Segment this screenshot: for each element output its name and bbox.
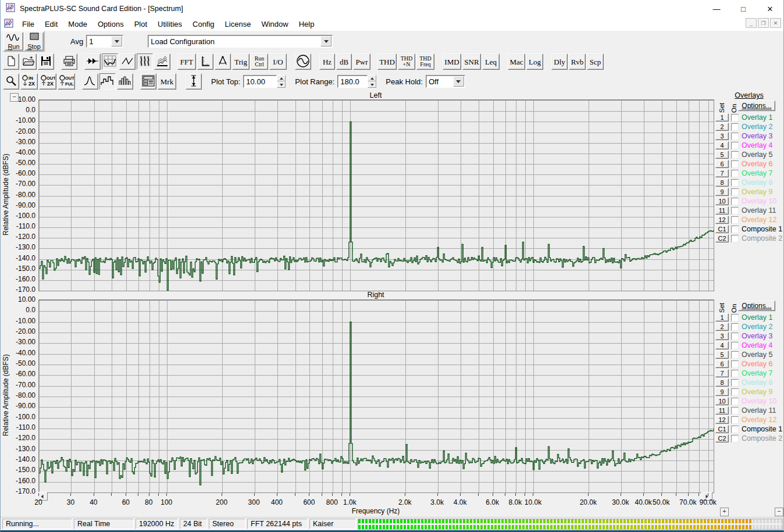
overlay-on-checkbox-c1-left[interactable] [731, 226, 739, 233]
overlay-on-checkbox-12-left[interactable] [731, 216, 739, 224]
new-file-button[interactable] [3, 53, 19, 70]
overlay-set-button-8-left[interactable]: 8 [715, 178, 729, 187]
thd-button[interactable]: THD [377, 53, 397, 70]
fft-settings-button[interactable]: FFT [177, 53, 196, 70]
menu-edit[interactable]: Edit [40, 19, 63, 30]
trigger-button[interactable]: Trig [232, 53, 250, 70]
spectrum-plot-left[interactable] [38, 99, 714, 291]
overlay-on-checkbox-2-left[interactable] [731, 123, 739, 131]
overlays-options-button-left[interactable]: Options... [738, 101, 775, 111]
overlay-on-checkbox-12-right[interactable] [731, 416, 739, 424]
overlay-set-button-4-left[interactable]: 4 [715, 141, 729, 149]
overlay-set-button-c2-right[interactable]: C2 [715, 434, 729, 442]
amplitude-units-button[interactable]: dB [336, 53, 352, 70]
overlays-options-button-right[interactable]: Options... [738, 301, 775, 311]
display-options-button[interactable] [140, 73, 156, 90]
mdi-close-button[interactable]: ✕ [770, 18, 781, 28]
reverb-button[interactable]: Rvb [569, 53, 586, 70]
menu-file[interactable]: File [17, 19, 40, 30]
overlay-on-checkbox-c2-left[interactable] [731, 235, 739, 242]
menu-utilities[interactable]: Utilities [152, 19, 187, 30]
overlay-on-checkbox-11-right[interactable] [731, 407, 739, 415]
peak-hold-select[interactable]: Off [426, 75, 465, 88]
overlay-set-button-5-right[interactable]: 5 [715, 351, 729, 359]
avg-select[interactable]: 1 [86, 35, 123, 48]
menu-mode[interactable]: Mode [63, 19, 92, 30]
overlay-set-button-7-right[interactable]: 7 [715, 369, 729, 377]
overlay-on-checkbox-8-right[interactable] [731, 379, 739, 387]
overlay-on-checkbox-1-left[interactable] [731, 114, 739, 122]
step-display-button[interactable] [99, 73, 116, 90]
time-series-view-button[interactable] [119, 53, 136, 70]
overlay-on-checkbox-c2-right[interactable] [731, 435, 739, 442]
zoom-in-2x-button[interactable]: IN2X [20, 73, 38, 90]
menu-options[interactable]: Options [92, 19, 129, 30]
overlay-on-checkbox-9-right[interactable] [731, 388, 739, 396]
overlay-on-checkbox-6-left[interactable] [731, 160, 739, 168]
overlay-set-button-c2-left[interactable]: C2 [715, 234, 729, 242]
run-button[interactable]: Run [4, 32, 23, 51]
scope-button[interactable]: Scp [587, 53, 604, 70]
overlay-set-button-c1-left[interactable]: C1 [715, 225, 729, 233]
menu-plot[interactable]: Plot [129, 19, 152, 30]
pane-collapse-button[interactable]: − [10, 93, 19, 102]
overlay-on-checkbox-3-left[interactable] [731, 133, 739, 140]
plot-range-spinner-down[interactable] [368, 81, 376, 88]
overlay-on-checkbox-4-right[interactable] [731, 342, 739, 349]
overlay-set-button-8-right[interactable]: 8 [715, 379, 729, 387]
menu-license[interactable]: License [220, 19, 256, 30]
plot-range-spinner-up[interactable] [368, 75, 376, 81]
overlay-set-button-10-right[interactable]: 10 [715, 397, 729, 405]
overlay-set-button-11-left[interactable]: 11 [715, 206, 729, 215]
zoom-button[interactable] [3, 73, 19, 90]
mdi-minimize-button[interactable]: _ [746, 18, 757, 28]
open-file-button[interactable] [20, 53, 37, 70]
zoom-out-2x-button[interactable]: OUT2X [39, 73, 56, 90]
minimize-button[interactable]: — [703, 0, 730, 17]
power-units-button[interactable]: Pwr [353, 53, 370, 70]
overlay-set-button-10-left[interactable]: 10 [715, 197, 729, 205]
overlay-set-button-9-right[interactable]: 9 [715, 388, 729, 396]
overlay-set-button-4-right[interactable]: 4 [715, 341, 729, 349]
imd-button[interactable]: IMD [443, 53, 461, 70]
spectrum-view-button[interactable] [102, 53, 118, 70]
overlay-set-button-9-left[interactable]: 9 [715, 188, 729, 196]
chevron-down-icon[interactable] [453, 76, 464, 87]
marker-button[interactable]: Mrk [158, 73, 176, 90]
run-control-button[interactable]: RunCtrl [251, 53, 268, 70]
delay-button[interactable]: Dly [551, 53, 568, 70]
fast-forward-button[interactable] [84, 53, 101, 70]
zoom-out-full-button[interactable]: OUTFULL [58, 73, 75, 90]
overlay-on-checkbox-5-left[interactable] [731, 151, 739, 159]
overlay-on-checkbox-9-left[interactable] [731, 188, 739, 196]
overlay-set-button-2-right[interactable]: 2 [715, 323, 729, 331]
overlay-set-button-6-right[interactable]: 6 [715, 360, 729, 368]
chevron-down-icon[interactable] [111, 36, 122, 47]
overlay-on-checkbox-7-right[interactable] [731, 370, 739, 377]
snr-button[interactable]: SNR [462, 53, 481, 70]
spectrum-plot-right[interactable] [38, 299, 714, 493]
overlay-on-checkbox-8-left[interactable] [731, 179, 739, 187]
signal-generator-button[interactable] [295, 53, 311, 70]
overlay-set-button-3-left[interactable]: 3 [715, 132, 729, 140]
overlay-set-button-12-right[interactable]: 12 [715, 416, 729, 424]
pane-expand-button[interactable]: + [720, 508, 729, 516]
plot-top-spinner-down[interactable] [277, 81, 286, 88]
overlay-on-checkbox-1-right[interactable] [731, 314, 739, 322]
overlay-on-checkbox-3-right[interactable] [731, 333, 739, 340]
thd-n-button[interactable]: THD+N [398, 53, 415, 70]
save-file-button[interactable] [38, 53, 54, 70]
overlay-set-button-1-left[interactable]: 1 [715, 113, 729, 122]
overlay-set-button-3-right[interactable]: 3 [715, 332, 729, 340]
mdi-restore-button[interactable]: ❐ [758, 18, 769, 28]
overlay-set-button-11-right[interactable]: 11 [715, 406, 729, 415]
menu-config[interactable]: Config [187, 19, 220, 30]
thd-freq-button[interactable]: THDFreq [416, 53, 434, 70]
chevron-down-icon[interactable] [320, 36, 332, 47]
overlay-set-button-1-right[interactable]: 1 [715, 313, 729, 322]
overlay-on-checkbox-7-left[interactable] [731, 170, 739, 177]
pane-minimize-button[interactable]: − [775, 508, 783, 516]
overlay-set-button-c1-right[interactable]: C1 [715, 425, 729, 433]
overlay-set-button-5-left[interactable]: 5 [715, 151, 729, 159]
plot-range-input[interactable]: 180.0 [337, 75, 368, 88]
